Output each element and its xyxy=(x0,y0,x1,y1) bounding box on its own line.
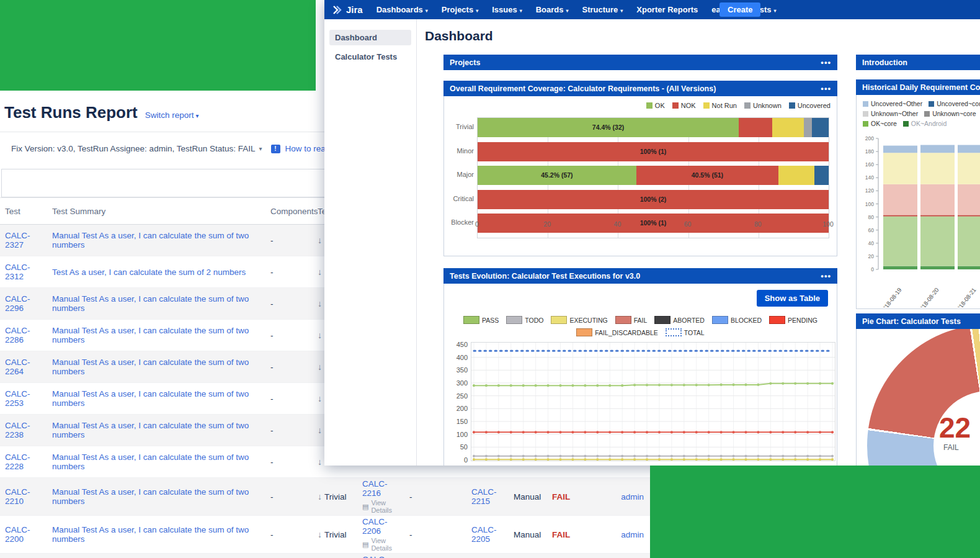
filter-summary[interactable]: Fix Version: v3.0, TestRun Assignee: adm… xyxy=(11,144,255,153)
switch-report-link[interactable]: Switch report▾ xyxy=(145,110,199,120)
priority-label: Trivial xyxy=(324,492,347,502)
nav-item-boards[interactable]: Boards▾ xyxy=(536,5,569,14)
historical-legend: Uncovered~OtherUncovered~coreUnknown~Oth… xyxy=(863,100,980,130)
nav-item-structure[interactable]: Structure▾ xyxy=(582,5,623,14)
view-details-link[interactable]: ▤View Details xyxy=(362,499,404,514)
evolution-legend-row2: FAIL_DISCARDABLETOTAL xyxy=(444,328,837,336)
test-key-link[interactable]: CALC- 2238 xyxy=(5,421,30,439)
priority-lowest-icon: ↓ xyxy=(318,299,322,308)
legend-label: Uncovered~Other xyxy=(871,100,922,107)
defects-cell: - xyxy=(407,478,469,516)
view-details-link[interactable]: ▤View Details xyxy=(362,537,404,552)
evolution-chart: 050100150200250300350400450 xyxy=(444,340,835,466)
test-summary-link[interactable]: Manual Test As a user, I can calculate t… xyxy=(52,452,249,471)
components-cell: - xyxy=(268,320,315,351)
test-summary-link[interactable]: Manual Test As a user, I can calculate t… xyxy=(52,294,249,313)
chevron-down-icon[interactable]: ▾ xyxy=(259,145,262,152)
components-cell: - xyxy=(268,256,315,288)
priority-label: Trivial xyxy=(324,530,347,539)
legend-swatch xyxy=(654,316,670,324)
create-button[interactable]: Create xyxy=(719,2,760,17)
test-summary-link[interactable]: Test As a user, I can calculate the sum … xyxy=(52,268,246,277)
sidebar-item-dashboard[interactable]: Dashboard xyxy=(329,30,411,45)
evolution-legend-row1: PASSTODOEXECUTINGFAILABORTEDBLOCKEDPENDI… xyxy=(444,316,837,324)
assignee-link[interactable]: admin xyxy=(621,492,644,502)
components-cell: - xyxy=(268,351,315,383)
priority-cell: ↓Trivial xyxy=(315,478,360,516)
defects-cell: - xyxy=(407,554,469,558)
legend-row: OK~coreOK~Android xyxy=(863,120,980,127)
test-summary-link[interactable]: Manual Test As a user, I can calculate t… xyxy=(52,487,249,506)
chevron-down-icon: ▾ xyxy=(425,8,428,14)
test-run-cell: CALC-2206▤View Details xyxy=(360,516,407,554)
view-details-label: View Details xyxy=(371,537,404,552)
legend-item-pass: PASS xyxy=(463,316,499,324)
test-summary-link[interactable]: Manual Test As a user, I can calculate t… xyxy=(52,389,249,408)
test-key-link[interactable]: CALC- 2286 xyxy=(5,326,30,344)
test-run-link[interactable]: CALC-2206 xyxy=(362,517,388,536)
legend-item-nok: NOK xyxy=(672,102,696,109)
historical-panel-header: Historical Daily Requirement Coverage xyxy=(856,79,980,95)
priority-lowest-icon: ↓ xyxy=(318,235,322,245)
bar-value-label: 40.5% (51) xyxy=(636,166,778,185)
legend-item-aborted: ABORTED xyxy=(654,316,705,324)
priority-lowest-icon: ↓ xyxy=(318,457,322,467)
legend-row: Unknown~OtherUnknown~core xyxy=(863,110,980,117)
test-key-link[interactable]: CALC-2327 xyxy=(5,231,30,250)
test-key-link[interactable]: CALC- 2296 xyxy=(5,294,30,313)
x-tick-label: 0 xyxy=(475,220,479,228)
bar-value-label: 45.2% (57) xyxy=(478,166,636,185)
test-key-link[interactable]: CALC- 2200 xyxy=(5,525,30,544)
assignee-link[interactable]: admin xyxy=(621,530,644,539)
bar-segment: 74.4% (32) xyxy=(478,118,739,137)
test-summary-link[interactable]: Manual Test As a user, I can calculate t… xyxy=(52,231,249,250)
show-as-table-button[interactable]: Show as Table xyxy=(757,290,828,307)
legend-item-unknown-core: Unknown~core xyxy=(924,110,976,117)
evolution-panel-body: Show as Table PASSTODOEXECUTINGFAILABORT… xyxy=(443,284,837,466)
nav-item-issues[interactable]: Issues▾ xyxy=(492,5,522,14)
legend-swatch xyxy=(903,121,909,127)
test-run-link[interactable]: CALC-2195 xyxy=(362,555,388,558)
test-summary-link[interactable]: Manual Test As a user, I can calculate t… xyxy=(52,421,249,439)
priority-lowest-icon: ↓ xyxy=(318,267,322,277)
top-navbar: Jira Dashboards▾Projects▾Issues▾Boards▾S… xyxy=(324,0,980,19)
category-label: Minor xyxy=(457,147,474,155)
test-summary-link[interactable]: Manual Test As a user, I can calculate t… xyxy=(52,326,249,344)
test-key-link[interactable]: CALC- 2264 xyxy=(5,358,30,376)
panel-menu-icon[interactable]: ••• xyxy=(821,58,831,67)
linked-issue-link[interactable]: CALC-2215 xyxy=(471,487,497,506)
test-key-link[interactable]: CALC-2312 xyxy=(5,263,30,281)
test-summary-link[interactable]: Manual Test As a user, I can calculate t… xyxy=(52,358,249,376)
jira-logo-icon xyxy=(332,4,343,16)
test-run-link[interactable]: CALC-2216 xyxy=(362,479,388,498)
pie-panel: Pie Chart: Calculator Tests 22 FAIL xyxy=(856,313,980,466)
sidebar-item-calculator-tests[interactable]: Calculator Tests xyxy=(329,49,411,65)
panel-menu-icon[interactable]: ••• xyxy=(821,271,831,281)
introduction-panel-header: Introduction xyxy=(856,55,980,70)
test-summary-link[interactable]: Manual Test As a user, I can calculate t… xyxy=(52,525,249,544)
svg-text:80: 80 xyxy=(868,214,875,220)
svg-text:140: 140 xyxy=(865,174,874,181)
coverage-panel-body: OKNOKNot RunUnknownUncovered 74.4% (32)1… xyxy=(443,96,837,256)
nav-item-xporter-reports[interactable]: Xporter Reports xyxy=(636,5,698,14)
priority-lowest-icon: ↓ xyxy=(318,362,322,372)
panel-menu-icon[interactable]: ••• xyxy=(821,84,831,93)
nav-item-dashboards[interactable]: Dashboards▾ xyxy=(376,5,428,14)
test-type-cell: Manual xyxy=(511,478,550,516)
bar-segment xyxy=(739,118,772,137)
test-key-link[interactable]: CALC- 2228 xyxy=(5,452,30,471)
nav-item-projects[interactable]: Projects▾ xyxy=(442,5,478,14)
legend-row: Uncovered~OtherUncovered~core xyxy=(863,100,980,107)
svg-text:2018-08-20: 2018-08-20 xyxy=(916,286,940,307)
test-key-link[interactable]: CALC-2210 xyxy=(5,487,30,506)
jira-logo[interactable]: Jira xyxy=(332,4,363,16)
linked-issue-link[interactable]: CALC- 2205 xyxy=(471,525,497,544)
legend-label: OK~Android xyxy=(911,120,947,127)
test-key-link[interactable]: CALC- 2253 xyxy=(5,389,30,408)
svg-text:20: 20 xyxy=(868,253,875,259)
legend-item-ok: OK xyxy=(646,102,665,109)
legend-swatch xyxy=(769,316,785,324)
evolution-panel: Tests Evolution: Calculator Test Executi… xyxy=(443,268,837,466)
test-type-cell: Manual xyxy=(511,516,550,554)
legend-swatch xyxy=(712,316,728,324)
